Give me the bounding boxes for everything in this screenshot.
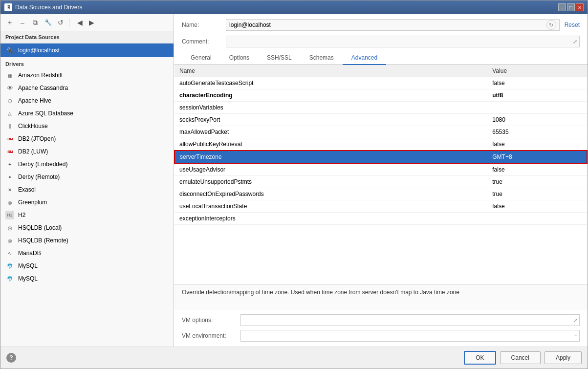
row-name: exceptionInterceptors	[174, 213, 487, 225]
table-row[interactable]: maxAllowedPacket65535	[174, 126, 587, 138]
driver-item-mysql-1[interactable]: 🐬 MySQL	[0, 260, 174, 272]
driver-name: HSQLDB (Remote)	[18, 237, 68, 244]
driver-item-azure-sql[interactable]: △ Azure SQL Database	[0, 107, 174, 120]
row-name: socksProxyPort	[174, 114, 487, 126]
table-row[interactable]: useLocalTransactionStatefalse	[174, 200, 587, 213]
maximize-button[interactable]: □	[567, 3, 575, 11]
settings-button[interactable]: 🔧	[43, 17, 53, 28]
vm-options-expand-icon[interactable]: ⤢	[573, 318, 577, 323]
comment-row: Comment: ⤢	[174, 34, 588, 51]
add-button[interactable]: +	[4, 17, 15, 28]
tab-advanced[interactable]: Advanced	[343, 51, 386, 65]
main-content: + – ⧉ 🔧 ↺ ◀ ▶ Project Data Sources 🔌 log…	[0, 14, 588, 347]
tab-ssh-ssl[interactable]: SSH/SSL	[258, 51, 301, 65]
driver-name: ClickHouse	[18, 123, 48, 130]
cancel-button[interactable]: Cancel	[500, 351, 541, 364]
vm-options-label: VM options:	[182, 317, 236, 324]
tab-schemas[interactable]: Schemas	[301, 51, 343, 65]
row-value: true	[487, 188, 587, 200]
ok-button[interactable]: OK	[464, 351, 496, 365]
driver-item-apache-hive[interactable]: ⬡ Apache Hive	[0, 94, 174, 107]
table-row[interactable]: serverTimezoneGMT+8	[174, 151, 587, 163]
driver-item-hsqldb-remote[interactable]: ◎ HSQLDB (Remote)	[0, 234, 174, 247]
window-icon: 🗄	[4, 3, 12, 11]
driver-item-greenplum[interactable]: ◎ Greenplum	[0, 196, 174, 209]
name-label: Name:	[182, 22, 221, 28]
row-value: 1080	[487, 114, 587, 126]
driver-item-db2-luw[interactable]: IBM DB2 (LUW)	[0, 145, 174, 158]
row-value: false	[487, 138, 587, 151]
driver-item-h2[interactable]: H2 H2	[0, 209, 174, 221]
driver-name: Greenplum	[18, 199, 47, 206]
name-input[interactable]: login@localhost ↻	[226, 19, 560, 31]
row-name: serverTimezone	[174, 151, 487, 163]
column-name: Name	[174, 65, 487, 77]
row-value: false	[487, 163, 587, 176]
window-controls: – □ ✕	[558, 3, 584, 11]
minimize-button[interactable]: –	[558, 3, 566, 11]
driver-item-apache-cassandra[interactable]: 👁 Apache Cassandra	[0, 82, 174, 94]
tabs: General Options SSH/SSL Schemas Advanced	[174, 51, 588, 65]
redshift-icon: ▦	[5, 71, 14, 80]
help-button[interactable]: ?	[6, 353, 16, 363]
row-value	[487, 102, 587, 114]
table-row[interactable]: exceptionInterceptors	[174, 213, 587, 225]
vm-environment-input[interactable]: ≡	[240, 330, 580, 342]
row-name: allowPublicKeyRetrieval	[174, 138, 487, 151]
table-row[interactable]: emulateUnsupportedPstmtstrue	[174, 176, 587, 188]
expand-icon[interactable]: ⤢	[573, 39, 577, 45]
cassandra-icon: 👁	[5, 84, 14, 92]
remove-button[interactable]: –	[17, 17, 28, 28]
tab-options[interactable]: Options	[220, 51, 258, 65]
close-button[interactable]: ✕	[576, 3, 584, 11]
row-name: useLocalTransactionState	[174, 200, 487, 213]
duplicate-button[interactable]: ⧉	[30, 17, 41, 28]
driver-item-mariadb[interactable]: ∿ MariaDB	[0, 247, 174, 260]
table-row[interactable]: autoGenerateTestcaseScriptfalse	[174, 77, 587, 89]
driver-name: Azure SQL Database	[18, 110, 73, 117]
driver-item-exasol[interactable]: ✕ Exasol	[0, 183, 174, 196]
driver-item-derby-embedded[interactable]: ✦ Derby (Embedded)	[0, 158, 174, 171]
table-row[interactable]: allowPublicKeyRetrievalfalse	[174, 138, 587, 151]
reset-button[interactable]: Reset	[565, 22, 580, 28]
left-panel: + – ⧉ 🔧 ↺ ◀ ▶ Project Data Sources 🔌 log…	[0, 14, 174, 347]
vm-environment-expand-icon[interactable]: ≡	[574, 333, 577, 339]
greenplum-icon: ◎	[5, 198, 14, 207]
h2-icon: H2	[5, 211, 14, 219]
window-title: Data Sources and Drivers	[15, 4, 558, 11]
name-refresh-icon[interactable]: ↻	[546, 20, 556, 30]
row-name: characterEncoding	[174, 89, 487, 102]
driver-item-mysql-2[interactable]: 🐬 MySQL	[0, 272, 174, 285]
back-button[interactable]: ◀	[74, 17, 85, 28]
table-row[interactable]: sessionVariables	[174, 102, 587, 114]
forward-button[interactable]: ▶	[86, 17, 97, 28]
row-name: maxAllowedPacket	[174, 126, 487, 138]
table-row[interactable]: disconnectOnExpiredPasswordstrue	[174, 188, 587, 200]
table-row[interactable]: socksProxyPort1080	[174, 114, 587, 126]
refresh-button[interactable]: ↺	[55, 17, 66, 28]
derby-embedded-icon: ✦	[5, 160, 14, 169]
table-row[interactable]: useUsageAdvisorfalse	[174, 163, 587, 176]
drivers-header: Drivers	[0, 57, 174, 69]
comment-input[interactable]: ⤢	[226, 36, 580, 47]
driver-item-derby-remote[interactable]: ✦ Derby (Remote)	[0, 171, 174, 183]
toolbar-separator	[69, 18, 69, 27]
vm-options-input[interactable]: ⤢	[240, 314, 580, 326]
drivers-scroll: Drivers ▦ Amazon Redshift 👁 Apache Cassa…	[0, 57, 174, 347]
datasource-item-selected[interactable]: 🔌 login@localhost	[0, 43, 174, 57]
db2-luw-icon: IBM	[5, 147, 14, 156]
row-name: autoGenerateTestcaseScript	[174, 77, 487, 89]
row-value	[487, 213, 587, 225]
driver-item-hsqldb-local[interactable]: ◎ HSQLDB (Local)	[0, 221, 174, 234]
apply-button[interactable]: Apply	[544, 351, 582, 364]
driver-name: Derby (Embedded)	[18, 161, 67, 168]
properties-table-container: Name Value autoGenerateTestcaseScriptfal…	[174, 65, 588, 285]
driver-item-amazon-redshift[interactable]: ▦ Amazon Redshift	[0, 69, 174, 82]
tab-general[interactable]: General	[182, 51, 220, 65]
driver-item-clickhouse[interactable]: ||| ClickHouse	[0, 120, 174, 132]
clickhouse-icon: |||	[5, 122, 14, 130]
row-value: false	[487, 77, 587, 89]
table-row[interactable]: characterEncodingutf8	[174, 89, 587, 102]
driver-item-db2-jtopen[interactable]: IBM DB2 (JTOpen)	[0, 132, 174, 145]
left-toolbar: + – ⧉ 🔧 ↺ ◀ ▶	[0, 14, 174, 31]
